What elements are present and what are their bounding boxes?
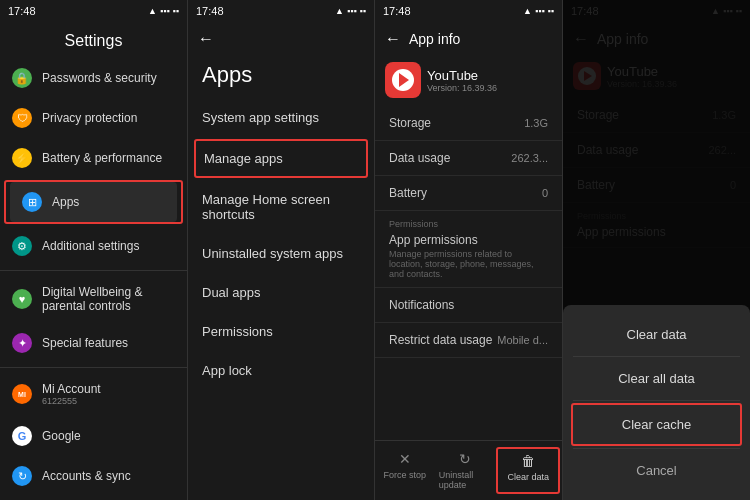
sidebar-item-battery[interactable]: ⚡ Battery & performance — [0, 138, 187, 178]
signal-icon-2: ▲ — [335, 6, 344, 16]
time-1: 17:48 — [8, 5, 36, 17]
permissions-section: Permissions App permissions Manage permi… — [375, 211, 562, 288]
additional-icon: ⚙ — [12, 236, 32, 256]
dialog-clear-data[interactable]: Clear data — [563, 313, 750, 356]
apps-panel: 17:48 ▲ ▪▪▪ ▪▪ ← Apps System app setting… — [188, 0, 375, 500]
battery-icon-2: ▪▪ — [360, 6, 366, 16]
app-lock-item[interactable]: App lock — [188, 351, 374, 390]
status-bar-2: 17:48 ▲ ▪▪▪ ▪▪ — [188, 0, 374, 22]
dual-apps-item[interactable]: Dual apps — [188, 273, 374, 312]
status-bar-1: 17:48 ▲ ▪▪▪ ▪▪ — [0, 0, 187, 22]
sidebar-item-passwords[interactable]: 🔒 Passwords & security — [0, 58, 187, 98]
app-name-label: YouTube — [427, 68, 552, 83]
force-stop-icon: ✕ — [399, 451, 411, 467]
app-name-version-block: YouTube Version: 16.39.36 — [427, 68, 552, 93]
time-3: 17:48 — [383, 5, 411, 17]
status-bar-3: 17:48 ▲ ▪▪▪ ▪▪ — [375, 0, 562, 22]
sidebar-item-mi[interactable]: MI Mi Account 6122555 — [0, 372, 187, 416]
apps-panel-title: Apps — [188, 56, 374, 98]
signal-icon-3: ▲ — [523, 6, 532, 16]
dialog-cancel[interactable]: Cancel — [563, 449, 750, 492]
clear-data-dialog: Clear data Clear all data Clear cache Ca… — [563, 305, 750, 500]
app-info-app-header: YouTube Version: 16.39.36 — [375, 56, 562, 106]
restrict-data-row[interactable]: Restrict data usage Mobile d... — [375, 323, 562, 358]
storage-label: Storage — [389, 116, 431, 130]
dialog-divider-2 — [573, 400, 740, 401]
apps-label: Apps — [52, 195, 165, 209]
permissions-item[interactable]: Permissions — [188, 312, 374, 351]
wifi-icon-2: ▪▪▪ — [347, 6, 357, 16]
apps-panel-header: ← — [188, 22, 374, 56]
dialog-clear-cache[interactable]: Clear cache — [571, 403, 742, 446]
battery-row: Battery 0 — [375, 176, 562, 211]
force-stop-button[interactable]: ✕ Force stop — [375, 447, 435, 494]
restrict-value: Mobile d... — [497, 334, 548, 346]
data-usage-row: Data usage 262.3... — [375, 141, 562, 176]
clear-data-button[interactable]: 🗑 Clear data — [496, 447, 560, 494]
additional-label: Additional settings — [42, 239, 175, 253]
notifications-row[interactable]: Notifications — [375, 288, 562, 323]
passwords-label: Passwords & security — [42, 71, 175, 85]
storage-value: 1.3G — [524, 117, 548, 129]
bottom-action-bar: ✕ Force stop ↻ Uninstall update 🗑 Clear … — [375, 440, 562, 500]
battery-icon-3: ▪▪ — [548, 6, 554, 16]
sidebar-item-google[interactable]: G Google — [0, 416, 187, 456]
app-info-dialog-panel: 17:48 ▲ ▪▪▪ ▪▪ ← App info YouTube Versio… — [563, 0, 750, 500]
special-icon: ✦ — [12, 333, 32, 353]
google-label: Google — [42, 429, 175, 443]
manage-home-item[interactable]: Manage Home screen shortcuts — [188, 180, 374, 234]
google-icon: G — [12, 426, 32, 446]
data-usage-label: Data usage — [389, 151, 450, 165]
sidebar-item-apps[interactable]: ⊞ Apps — [10, 182, 177, 222]
clear-data-label: Clear data — [507, 472, 549, 482]
accounts-label: Accounts & sync — [42, 469, 175, 483]
divider-1 — [0, 270, 187, 271]
uninstalled-item[interactable]: Uninstalled system apps — [188, 234, 374, 273]
special-label: Special features — [42, 336, 175, 350]
app-info-panel: 17:48 ▲ ▪▪▪ ▪▪ ← App info YouTube Versio… — [375, 0, 563, 500]
status-icons-2: ▲ ▪▪▪ ▪▪ — [335, 6, 366, 16]
uninstall-update-button[interactable]: ↻ Uninstall update — [435, 447, 495, 494]
app-version-label: Version: 16.39.36 — [427, 83, 552, 93]
page-title-settings: Settings — [0, 22, 187, 58]
battery-row-label: Battery — [389, 186, 427, 200]
dialog-overlay: Clear data Clear all data Clear cache Ca… — [563, 0, 750, 500]
back-button-2[interactable]: ← — [198, 30, 214, 48]
accounts-icon: ↻ — [12, 466, 32, 486]
battery-row-value: 0 — [542, 187, 548, 199]
sidebar-item-privacy[interactable]: 🛡 Privacy protection — [0, 98, 187, 138]
wifi-icon: ▪▪▪ — [160, 6, 170, 16]
divider-2 — [0, 367, 187, 368]
sidebar-item-additional[interactable]: ⚙ Additional settings — [0, 226, 187, 266]
passwords-icon: 🔒 — [12, 68, 32, 88]
clear-data-icon: 🗑 — [521, 453, 535, 469]
signal-icon: ▲ — [148, 6, 157, 16]
privacy-label: Privacy protection — [42, 111, 175, 125]
restrict-label: Restrict data usage — [389, 333, 492, 347]
force-stop-label: Force stop — [384, 470, 427, 480]
manage-apps-item[interactable]: Manage apps — [194, 139, 368, 178]
apps-highlight-box: ⊞ Apps — [4, 180, 183, 224]
uninstall-icon: ↻ — [459, 451, 471, 467]
back-button-3[interactable]: ← — [385, 30, 401, 48]
sidebar-item-special[interactable]: ✦ Special features — [0, 323, 187, 363]
youtube-icon — [385, 62, 421, 98]
privacy-icon: 🛡 — [12, 108, 32, 128]
storage-row: Storage 1.3G — [375, 106, 562, 141]
app-permissions-label[interactable]: App permissions — [389, 233, 548, 247]
dialog-clear-all-data[interactable]: Clear all data — [563, 357, 750, 400]
wellbeing-label: Digital Wellbeing & parental controls — [42, 285, 175, 313]
uninstall-label: Uninstall update — [439, 470, 491, 490]
status-icons-3: ▲ ▪▪▪ ▪▪ — [523, 6, 554, 16]
mi-icon: MI — [12, 384, 32, 404]
status-icons-1: ▲ ▪▪▪ ▪▪ — [148, 6, 179, 16]
data-usage-value: 262.3... — [511, 152, 548, 164]
app-info-title: App info — [409, 31, 460, 47]
app-info-header-bar: ← App info — [375, 22, 562, 56]
mi-label: Mi Account — [42, 382, 175, 396]
sidebar-item-accounts[interactable]: ↻ Accounts & sync — [0, 456, 187, 496]
permissions-section-label: Permissions — [389, 219, 548, 229]
settings-panel: 17:48 ▲ ▪▪▪ ▪▪ Settings 🔒 Passwords & se… — [0, 0, 188, 500]
sidebar-item-wellbeing[interactable]: ♥ Digital Wellbeing & parental controls — [0, 275, 187, 323]
system-app-settings-item[interactable]: System app settings — [188, 98, 374, 137]
